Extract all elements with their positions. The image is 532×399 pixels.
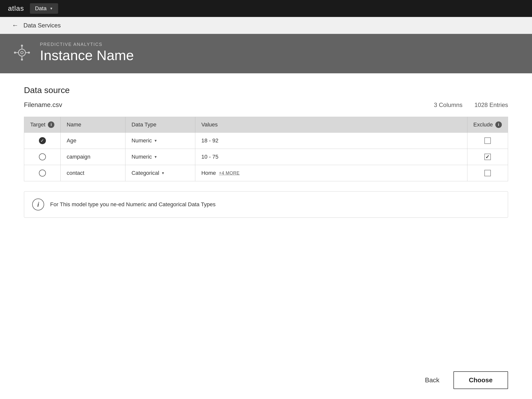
predictive-analytics-icon — [12, 43, 32, 63]
svg-point-6 — [21, 45, 23, 47]
svg-point-7 — [21, 59, 23, 61]
header-name: Name — [61, 117, 125, 133]
page-subtitle: PREDICTIVE ANALYTICS — [40, 42, 134, 47]
app-logo: atlas — [8, 4, 24, 12]
header-target: Target i — [24, 117, 61, 133]
file-stats: 3 Columns 1028 Entries — [434, 101, 508, 108]
datatype-cell-contact[interactable]: Categorical ▼ — [125, 165, 195, 181]
target-cell-campaign — [24, 149, 61, 165]
page-header: PREDICTIVE ANALYTICS Instance Name — [0, 34, 532, 73]
header-values: Values — [195, 117, 467, 133]
target-radio-campaign[interactable] — [39, 153, 46, 160]
exclude-cell-campaign — [467, 149, 508, 165]
page-title: Instance Name — [40, 47, 134, 63]
nav-dropdown-label: Data — [35, 5, 46, 12]
choose-button[interactable]: Choose — [453, 371, 508, 389]
svg-point-8 — [14, 52, 16, 54]
filename-label: Filename.csv — [24, 101, 62, 109]
exclude-cell-contact — [467, 165, 508, 181]
table-row: Age Numeric ▼ 18 - 92 — [24, 133, 508, 149]
values-cell-contact: Home +4 MORE — [195, 165, 467, 181]
back-button[interactable]: Back — [419, 372, 445, 388]
notice-info-icon: i — [32, 199, 44, 210]
name-cell-age: Age — [61, 133, 125, 149]
notice-text: For This model type you ne-ed Numeric an… — [50, 201, 215, 208]
data-table: Target i Name Data Type Values Exclude i — [24, 117, 508, 181]
exclude-info-icon[interactable]: i — [495, 121, 502, 128]
svg-point-1 — [21, 51, 23, 54]
file-info-row: Filename.csv 3 Columns 1028 Entries — [24, 101, 508, 109]
entries-count: 1028 Entries — [474, 101, 508, 108]
top-navigation: atlas Data ▼ — [0, 0, 532, 17]
name-cell-contact: contact — [61, 165, 125, 181]
exclude-checkbox-age[interactable] — [484, 137, 491, 144]
header-exclude: Exclude i — [467, 117, 508, 133]
back-arrow-icon[interactable]: ← — [12, 21, 18, 29]
exclude-cell-age — [467, 133, 508, 149]
info-notice: i For This model type you ne-ed Numeric … — [24, 191, 508, 218]
svg-point-9 — [28, 52, 30, 54]
svg-point-0 — [18, 49, 25, 56]
page-header-text: PREDICTIVE ANALYTICS Instance Name — [40, 42, 134, 63]
datatype-cell-campaign[interactable]: Numeric ▼ — [125, 149, 195, 165]
table-header-row: Target i Name Data Type Values Exclude i — [24, 117, 508, 133]
datatype-cell-age[interactable]: Numeric ▼ — [125, 133, 195, 149]
exclude-checkbox-contact[interactable] — [484, 170, 491, 176]
main-content: Data source Filename.csv 3 Columns 1028 … — [0, 73, 532, 230]
breadcrumb-label: Data Services — [23, 22, 61, 29]
dropdown-arrow-icon: ▼ — [154, 139, 157, 143]
nav-dropdown-button[interactable]: Data ▼ — [30, 3, 58, 14]
values-cell-campaign: 10 - 75 — [195, 149, 467, 165]
action-bar: Back Choose — [0, 361, 532, 399]
target-cell-age — [24, 133, 61, 149]
columns-count: 3 Columns — [434, 101, 463, 108]
dropdown-arrow-icon: ▼ — [154, 155, 157, 159]
dropdown-arrow-icon: ▼ — [161, 171, 165, 175]
target-radio-contact[interactable] — [39, 170, 46, 177]
more-values-link[interactable]: +4 MORE — [219, 171, 240, 176]
chevron-down-icon: ▼ — [50, 6, 53, 10]
target-radio-age[interactable] — [39, 137, 46, 144]
values-cell-age: 18 - 92 — [195, 133, 467, 149]
name-cell-campaign: campaign — [61, 149, 125, 165]
section-title: Data source — [24, 85, 508, 95]
exclude-checkbox-campaign[interactable] — [484, 154, 491, 160]
target-cell-contact — [24, 165, 61, 181]
target-info-icon[interactable]: i — [48, 121, 54, 128]
header-data-type: Data Type — [125, 117, 195, 133]
table-row: contact Categorical ▼ Home +4 MORE — [24, 165, 508, 181]
table-row: campaign Numeric ▼ 10 - 75 — [24, 149, 508, 165]
breadcrumb-bar: ← Data Services — [0, 17, 532, 34]
